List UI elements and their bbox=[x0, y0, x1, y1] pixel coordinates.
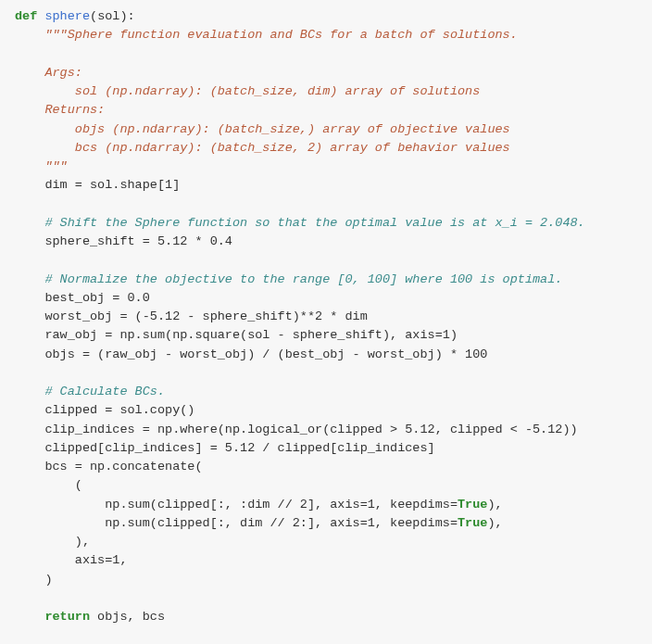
code-line: axis=1, bbox=[15, 553, 128, 567]
code-line: sphere_shift = 5.12 * 0.4 bbox=[15, 234, 232, 248]
code-line: np.sum(clipped[:, dim // 2:], axis=1, ke… bbox=[15, 516, 458, 530]
code-text: ), bbox=[487, 498, 502, 511]
docstring-line: bcs (np.ndarray): (batch_size, 2) array … bbox=[15, 141, 510, 155]
code-line: np.sum(clipped[:, :dim // 2], axis=1, ke… bbox=[15, 498, 458, 511]
code-line: clipped = sol.copy() bbox=[15, 403, 194, 417]
comment-line: # Normalize the objective to the range [… bbox=[15, 272, 562, 286]
code-line: bcs = np.concatenate( bbox=[15, 460, 203, 474]
docstring-line: objs (np.ndarray): (batch_size,) array o… bbox=[15, 122, 510, 136]
docstring-line: """Sphere function evaluation and BCs fo… bbox=[15, 28, 518, 42]
function-name: sphere bbox=[44, 9, 90, 23]
code-line: clipped[clip_indices] = 5.12 / clipped[c… bbox=[15, 441, 435, 455]
code-text: (sol): bbox=[90, 9, 135, 23]
docstring-line: Returns: bbox=[15, 103, 105, 117]
code-block: def sphere(sol): """Sphere function eval… bbox=[15, 7, 637, 626]
code-line: best_obj = 0.0 bbox=[15, 291, 150, 305]
code-line: clip_indices = np.where(np.logical_or(cl… bbox=[15, 423, 578, 436]
keyword-return: return bbox=[44, 610, 90, 624]
code-line: raw_obj = np.sum(np.square(sol - sphere_… bbox=[15, 328, 458, 342]
code-text: objs, bcs bbox=[90, 610, 165, 624]
docstring-line: """ bbox=[15, 159, 68, 173]
comment-line: # Calculate BCs. bbox=[15, 385, 165, 398]
code-text: ), bbox=[487, 516, 502, 530]
code-line: dim = sol.shape[1] bbox=[15, 178, 180, 192]
bool-literal: True bbox=[458, 498, 487, 511]
code-line: ), bbox=[15, 535, 90, 549]
bool-literal: True bbox=[458, 516, 487, 530]
code-line: ) bbox=[15, 573, 53, 587]
code-line: ( bbox=[15, 478, 82, 492]
docstring-line: sol (np.ndarray): (batch_size, dim) arra… bbox=[15, 84, 480, 98]
comment-line: # Shift the Sphere function so that the … bbox=[15, 216, 585, 230]
keyword-def: def bbox=[15, 9, 37, 23]
code-text bbox=[15, 610, 44, 624]
code-line: worst_obj = (-5.12 - sphere_shift)**2 * … bbox=[15, 309, 368, 323]
docstring-line: Args: bbox=[15, 66, 82, 80]
code-line: objs = (raw_obj - worst_obj) / (best_obj… bbox=[15, 347, 487, 361]
